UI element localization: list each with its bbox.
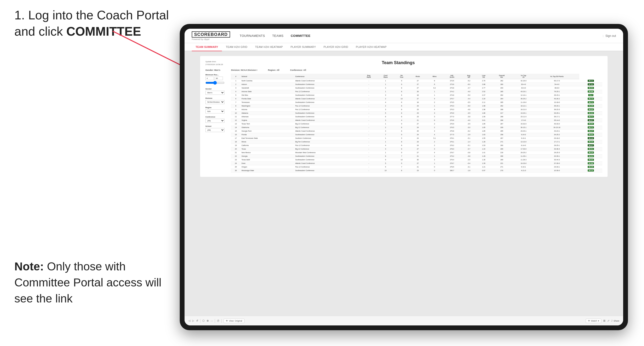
cell-rnds: 26 [409,90,426,93]
cell-points: 68.54 [579,154,602,158]
cell-school: Arkansas [241,115,294,118]
filter-group-region: Region N/A [206,107,227,113]
cell-conference: Mountain West Conference [294,151,360,154]
cell-wins: 4 [426,133,443,136]
col-no-tour: NoTour [394,74,409,79]
cell-vs-top25: 33-44-3 [534,158,579,162]
col-vs-top25: Vs Top25 [513,74,534,79]
cell-points: 80.73 [579,97,602,101]
toolbar-grid-icon[interactable]: ⊞ [603,319,606,322]
cell-score-diff: -3.8 [461,154,476,158]
cell-no-tour: 7 [394,165,409,169]
cell-avg-sg: 1.44 [476,147,491,151]
cell-wins: 3 [426,115,443,118]
sub-nav-player-h2h-heatmap[interactable]: PLAYER H2H HEATMAP [352,43,390,51]
toolbar-expand-icon[interactable]: ⤢ [607,319,610,322]
cell-avg-sg: 1.21 [476,165,491,169]
cell-rnds: 24 [409,136,426,140]
toolbar-forward-icon[interactable]: ▷ [192,319,194,322]
cell-rank: 26 [231,169,241,172]
cell-score-diff: -3.5 [461,122,476,126]
school-sidebar-label: School [206,125,227,127]
cell-rnds: 23 [409,140,426,144]
view-original-button[interactable]: 👁 View: Original [224,319,244,323]
col-rank: # [231,74,241,79]
table-body: 1 North Carolina Atlantic Coast Conferen… [231,79,602,173]
sign-out-link[interactable]: Sign out [606,34,616,37]
cell-conference: Pac-12 Conference [294,108,360,111]
share-label: Share [614,320,619,322]
content-panel: Update time: 27/03/2024 16:56:26 Team St… [200,56,608,177]
school-select[interactable]: (All) [206,128,224,132]
cell-points: 65.13 [579,169,602,172]
cell-reg-rank: - [360,158,377,162]
cell-conference: Southeastern Conference [294,115,360,118]
nav-teams[interactable]: TEAMS [272,33,284,38]
table-row: 22 Georgia Southeastern Conference - 8 7… [231,154,602,158]
cell-score-diff: -1.4 [461,140,476,144]
cell-wins: 1 [426,104,443,108]
cell-reg-rank: - [360,140,377,144]
cell-school: Ole Miss [241,93,294,97]
cell-avg-sg: 1.90 [476,115,491,118]
watch-button[interactable]: 👁 Watch ▾ [586,319,601,323]
cell-no-tour: 9 [394,151,409,154]
cell-adj-score: 279.2 [443,154,461,158]
toolbar-share-icon[interactable]: ⬡ [202,319,205,322]
cell-school: California [241,144,294,147]
cell-vs-top25: 79-25-1 [534,90,579,93]
tablet-screen: SCOREBOARD Powered by clippd TOURNAMENTS… [184,29,623,326]
sub-nav-player-h2h-grid[interactable]: PLAYER H2H GRID [320,43,352,51]
conference-value: All [303,69,306,71]
cell-no-tour: 8 [394,104,409,108]
max-rounds-input[interactable]: 30 [214,77,223,80]
cell-school: East Tennessee State [241,136,294,140]
cell-no-tour: 7 [394,154,409,158]
filter-group-gender: Gender Men's [206,88,227,95]
cell-vs-top25: 33-29-1 [534,111,579,115]
region-select[interactable]: N/A [206,109,224,113]
sub-nav-player-summary[interactable]: PLAYER SUMMARY [287,43,320,51]
cell-wins: 5.1 [426,136,443,140]
cell-wins: 1 [426,162,443,165]
share-button[interactable]: ⤴ Share [612,320,619,322]
cell-overall: 9-10-1 [513,136,534,140]
cell-overall: 29-25-2 [513,151,534,154]
cell-reg-rank: - [360,129,377,133]
bottom-toolbar: ◁ ▷ ↺ ⬡ ⊕ ··· ⏱ 👁 View: Original 👁 Watch… [184,316,623,326]
conference-select[interactable]: (All) [206,119,224,123]
cell-school: North Carolina [241,79,294,83]
nav-tournaments[interactable]: TOURNAMENTS [240,33,265,38]
min-rounds-input[interactable]: 4 [206,77,214,80]
cell-rnds: 18 [409,101,426,104]
toolbar-clock-icon[interactable]: ⏱ [217,320,220,322]
cell-low-sg: 269 [491,158,512,162]
cell-points: 63.49 [579,104,602,108]
cell-school: Georgia Tech [241,129,294,133]
nav-committee[interactable]: COMMITTEE [291,33,310,38]
gender-select[interactable]: Men's [206,91,224,95]
cell-adj-score: 280.7 [443,169,461,172]
toolbar-refresh-icon[interactable]: ↺ [196,319,198,322]
cell-low-sg: 217 [491,111,512,115]
sub-nav-team-h2h-heatmap[interactable]: TEAM H2H HEATMAP [251,43,287,51]
rounds-slider[interactable] [206,81,224,85]
cell-rank: 9 [231,108,241,111]
cell-conference: Big 12 Conference [294,122,360,126]
toolbar-back-icon[interactable]: ◁ [188,319,190,322]
cell-avg-sg: 1.41 [476,151,491,154]
sub-nav-team-summary[interactable]: TEAM SUMMARY [192,43,222,51]
cell-rnds: 24 [409,126,426,129]
cell-reg-rank: - [360,86,377,90]
toolbar-more-icon[interactable]: ··· [211,320,213,322]
cell-low-sg: 265 [491,90,512,93]
col-reg-rank: RegRank [360,74,377,79]
toolbar-bookmark-icon[interactable]: ⊕ [206,319,209,322]
cell-adj-score: 279.4 [443,158,461,162]
cell-vs-top25: 38-8-0 [534,86,579,90]
sub-nav-team-h2h-grid[interactable]: TEAM H2H GRID [222,43,251,51]
cell-rnds: 23 [409,111,426,115]
region-value: All [276,69,280,71]
division-select[interactable]: NCAA Division I [206,100,224,104]
cell-overall: 16-21-0 [513,108,534,111]
